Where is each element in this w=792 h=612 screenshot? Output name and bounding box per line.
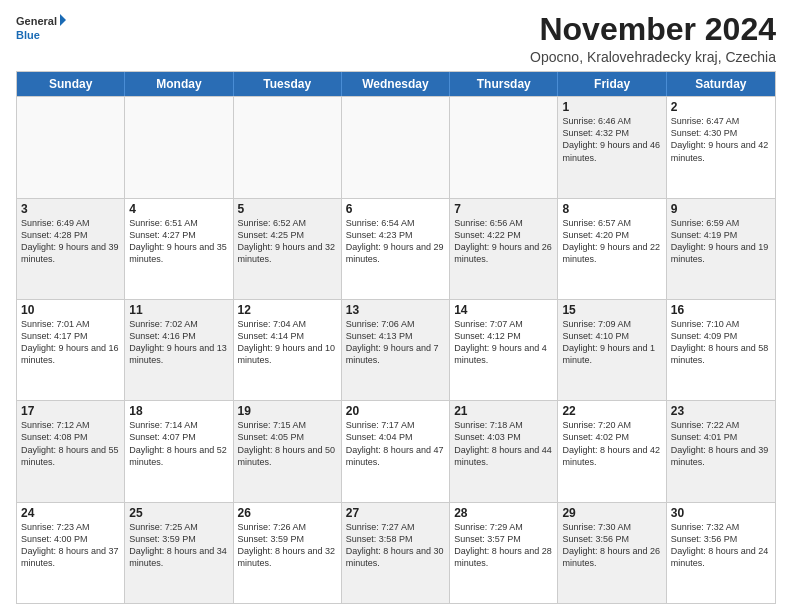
day-info: Sunrise: 7:14 AM Sunset: 4:07 PM Dayligh… <box>129 419 228 468</box>
day-number: 8 <box>562 202 661 216</box>
svg-marker-2 <box>60 14 66 26</box>
day-info: Sunrise: 7:10 AM Sunset: 4:09 PM Dayligh… <box>671 318 771 367</box>
day-info: Sunrise: 6:57 AM Sunset: 4:20 PM Dayligh… <box>562 217 661 266</box>
calendar-cell-10: 10Sunrise: 7:01 AM Sunset: 4:17 PM Dayli… <box>17 300 125 400</box>
calendar-cell-empty-0-1 <box>125 97 233 197</box>
subtitle: Opocno, Kralovehradecky kraj, Czechia <box>530 49 776 65</box>
calendar-row-4: 24Sunrise: 7:23 AM Sunset: 4:00 PM Dayli… <box>17 502 775 603</box>
day-number: 28 <box>454 506 553 520</box>
day-info: Sunrise: 6:46 AM Sunset: 4:32 PM Dayligh… <box>562 115 661 164</box>
calendar-cell-16: 16Sunrise: 7:10 AM Sunset: 4:09 PM Dayli… <box>667 300 775 400</box>
calendar-cell-1: 1Sunrise: 6:46 AM Sunset: 4:32 PM Daylig… <box>558 97 666 197</box>
day-number: 30 <box>671 506 771 520</box>
day-info: Sunrise: 7:12 AM Sunset: 4:08 PM Dayligh… <box>21 419 120 468</box>
calendar-cell-9: 9Sunrise: 6:59 AM Sunset: 4:19 PM Daylig… <box>667 199 775 299</box>
calendar-cell-3: 3Sunrise: 6:49 AM Sunset: 4:28 PM Daylig… <box>17 199 125 299</box>
calendar-cell-15: 15Sunrise: 7:09 AM Sunset: 4:10 PM Dayli… <box>558 300 666 400</box>
day-info: Sunrise: 7:01 AM Sunset: 4:17 PM Dayligh… <box>21 318 120 367</box>
calendar-cell-4: 4Sunrise: 6:51 AM Sunset: 4:27 PM Daylig… <box>125 199 233 299</box>
day-number: 12 <box>238 303 337 317</box>
calendar-cell-empty-0-4 <box>450 97 558 197</box>
day-info: Sunrise: 7:25 AM Sunset: 3:59 PM Dayligh… <box>129 521 228 570</box>
calendar-cell-25: 25Sunrise: 7:25 AM Sunset: 3:59 PM Dayli… <box>125 503 233 603</box>
day-info: Sunrise: 7:23 AM Sunset: 4:00 PM Dayligh… <box>21 521 120 570</box>
day-number: 16 <box>671 303 771 317</box>
day-number: 11 <box>129 303 228 317</box>
day-number: 10 <box>21 303 120 317</box>
logo: General Blue <box>16 12 66 44</box>
generalblue-logo-icon: General Blue <box>16 12 66 44</box>
day-number: 14 <box>454 303 553 317</box>
calendar-cell-29: 29Sunrise: 7:30 AM Sunset: 3:56 PM Dayli… <box>558 503 666 603</box>
day-info: Sunrise: 6:51 AM Sunset: 4:27 PM Dayligh… <box>129 217 228 266</box>
day-info: Sunrise: 7:32 AM Sunset: 3:56 PM Dayligh… <box>671 521 771 570</box>
calendar-cell-26: 26Sunrise: 7:26 AM Sunset: 3:59 PM Dayli… <box>234 503 342 603</box>
calendar-cell-27: 27Sunrise: 7:27 AM Sunset: 3:58 PM Dayli… <box>342 503 450 603</box>
header-day-sunday: Sunday <box>17 72 125 96</box>
day-info: Sunrise: 7:02 AM Sunset: 4:16 PM Dayligh… <box>129 318 228 367</box>
day-info: Sunrise: 7:04 AM Sunset: 4:14 PM Dayligh… <box>238 318 337 367</box>
calendar-cell-22: 22Sunrise: 7:20 AM Sunset: 4:02 PM Dayli… <box>558 401 666 501</box>
calendar-cell-23: 23Sunrise: 7:22 AM Sunset: 4:01 PM Dayli… <box>667 401 775 501</box>
calendar-cell-24: 24Sunrise: 7:23 AM Sunset: 4:00 PM Dayli… <box>17 503 125 603</box>
top-section: General Blue November 2024 Opocno, Kralo… <box>16 12 776 65</box>
day-number: 26 <box>238 506 337 520</box>
calendar-cell-19: 19Sunrise: 7:15 AM Sunset: 4:05 PM Dayli… <box>234 401 342 501</box>
calendar-cell-11: 11Sunrise: 7:02 AM Sunset: 4:16 PM Dayli… <box>125 300 233 400</box>
day-info: Sunrise: 7:20 AM Sunset: 4:02 PM Dayligh… <box>562 419 661 468</box>
day-number: 13 <box>346 303 445 317</box>
calendar-cell-empty-0-0 <box>17 97 125 197</box>
day-info: Sunrise: 7:15 AM Sunset: 4:05 PM Dayligh… <box>238 419 337 468</box>
header-day-wednesday: Wednesday <box>342 72 450 96</box>
day-number: 15 <box>562 303 661 317</box>
day-info: Sunrise: 6:52 AM Sunset: 4:25 PM Dayligh… <box>238 217 337 266</box>
calendar-cell-empty-0-2 <box>234 97 342 197</box>
calendar: SundayMondayTuesdayWednesdayThursdayFrid… <box>16 71 776 604</box>
calendar-cell-2: 2Sunrise: 6:47 AM Sunset: 4:30 PM Daylig… <box>667 97 775 197</box>
header-day-thursday: Thursday <box>450 72 558 96</box>
day-number: 24 <box>21 506 120 520</box>
svg-text:Blue: Blue <box>16 29 40 41</box>
calendar-row-0: 1Sunrise: 6:46 AM Sunset: 4:32 PM Daylig… <box>17 96 775 197</box>
day-info: Sunrise: 6:54 AM Sunset: 4:23 PM Dayligh… <box>346 217 445 266</box>
day-number: 4 <box>129 202 228 216</box>
day-number: 5 <box>238 202 337 216</box>
calendar-cell-30: 30Sunrise: 7:32 AM Sunset: 3:56 PM Dayli… <box>667 503 775 603</box>
day-number: 3 <box>21 202 120 216</box>
calendar-row-3: 17Sunrise: 7:12 AM Sunset: 4:08 PM Dayli… <box>17 400 775 501</box>
day-number: 21 <box>454 404 553 418</box>
day-info: Sunrise: 7:27 AM Sunset: 3:58 PM Dayligh… <box>346 521 445 570</box>
title-section: November 2024 Opocno, Kralovehradecky kr… <box>530 12 776 65</box>
day-number: 1 <box>562 100 661 114</box>
calendar-cell-6: 6Sunrise: 6:54 AM Sunset: 4:23 PM Daylig… <box>342 199 450 299</box>
day-info: Sunrise: 6:47 AM Sunset: 4:30 PM Dayligh… <box>671 115 771 164</box>
calendar-cell-8: 8Sunrise: 6:57 AM Sunset: 4:20 PM Daylig… <box>558 199 666 299</box>
day-number: 19 <box>238 404 337 418</box>
day-number: 18 <box>129 404 228 418</box>
header-day-monday: Monday <box>125 72 233 96</box>
day-number: 2 <box>671 100 771 114</box>
day-info: Sunrise: 7:06 AM Sunset: 4:13 PM Dayligh… <box>346 318 445 367</box>
calendar-cell-17: 17Sunrise: 7:12 AM Sunset: 4:08 PM Dayli… <box>17 401 125 501</box>
day-info: Sunrise: 7:09 AM Sunset: 4:10 PM Dayligh… <box>562 318 661 367</box>
calendar-cell-18: 18Sunrise: 7:14 AM Sunset: 4:07 PM Dayli… <box>125 401 233 501</box>
day-number: 25 <box>129 506 228 520</box>
calendar-cell-5: 5Sunrise: 6:52 AM Sunset: 4:25 PM Daylig… <box>234 199 342 299</box>
main-title: November 2024 <box>530 12 776 47</box>
day-info: Sunrise: 6:56 AM Sunset: 4:22 PM Dayligh… <box>454 217 553 266</box>
day-info: Sunrise: 7:22 AM Sunset: 4:01 PM Dayligh… <box>671 419 771 468</box>
calendar-header: SundayMondayTuesdayWednesdayThursdayFrid… <box>17 72 775 96</box>
header-day-saturday: Saturday <box>667 72 775 96</box>
day-number: 17 <box>21 404 120 418</box>
day-number: 22 <box>562 404 661 418</box>
calendar-cell-14: 14Sunrise: 7:07 AM Sunset: 4:12 PM Dayli… <box>450 300 558 400</box>
calendar-cell-28: 28Sunrise: 7:29 AM Sunset: 3:57 PM Dayli… <box>450 503 558 603</box>
day-info: Sunrise: 7:26 AM Sunset: 3:59 PM Dayligh… <box>238 521 337 570</box>
calendar-body: 1Sunrise: 6:46 AM Sunset: 4:32 PM Daylig… <box>17 96 775 603</box>
calendar-cell-12: 12Sunrise: 7:04 AM Sunset: 4:14 PM Dayli… <box>234 300 342 400</box>
calendar-cell-empty-0-3 <box>342 97 450 197</box>
day-info: Sunrise: 6:59 AM Sunset: 4:19 PM Dayligh… <box>671 217 771 266</box>
header-day-friday: Friday <box>558 72 666 96</box>
day-info: Sunrise: 7:18 AM Sunset: 4:03 PM Dayligh… <box>454 419 553 468</box>
day-number: 9 <box>671 202 771 216</box>
